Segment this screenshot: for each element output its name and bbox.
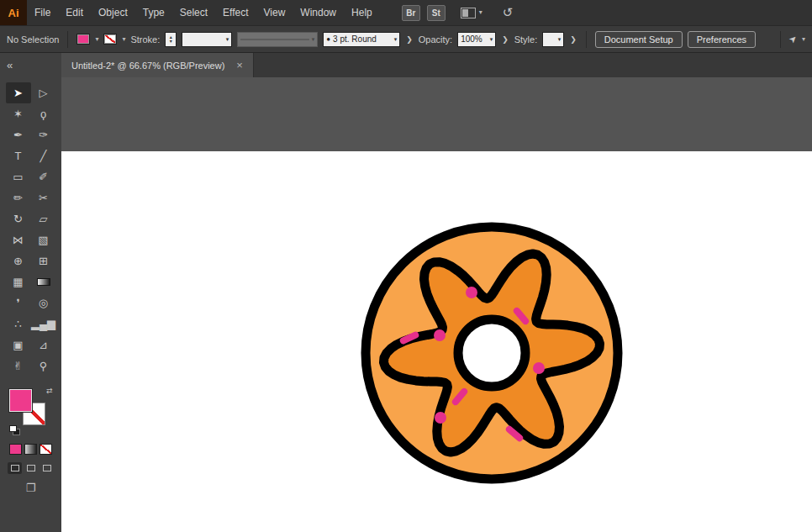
draw-behind-button[interactable] (24, 462, 38, 474)
chevron-down-icon: ▾ (558, 36, 562, 42)
stroke-weight-stepper[interactable]: ▴ ▾ (165, 32, 177, 47)
sprinkle-dot[interactable] (435, 412, 446, 424)
hand-tool[interactable]: ✌ (6, 356, 31, 377)
gradient-swatch-icon (37, 278, 50, 286)
type-tool[interactable]: T (6, 145, 31, 166)
menu-type[interactable]: Type (135, 0, 172, 25)
shaper-tool[interactable]: ✏ (6, 187, 31, 208)
eyedropper-tool[interactable]: ❜ (6, 292, 31, 313)
arrange-documents-control[interactable]: ▾ (461, 8, 482, 18)
chevron-down-icon: ▾ (312, 36, 315, 42)
draw-normal-button[interactable] (8, 462, 22, 474)
stroke-weight-select[interactable]: ▾ (182, 32, 232, 47)
opacity-select[interactable]: 100% ▾ (457, 32, 496, 47)
draw-behind-icon (27, 465, 35, 471)
lasso-tool[interactable]: ϙ (31, 103, 56, 124)
screen-mode-button[interactable]: ❐ (26, 482, 36, 494)
scale-tool[interactable]: ▱ (31, 208, 56, 229)
fill-color-swatch[interactable] (76, 34, 90, 45)
mesh-tool[interactable]: ▦ (6, 271, 31, 292)
stepper-down-icon[interactable]: ▾ (170, 40, 172, 44)
curvature-tool[interactable]: ✑ (31, 124, 56, 145)
divider (780, 31, 781, 48)
app-logo[interactable]: Ai (0, 0, 27, 25)
swap-fill-stroke-icon[interactable]: ⇄ (46, 387, 53, 395)
bridge-button[interactable]: Br (402, 5, 420, 21)
fill-stroke-control: ⇄ (9, 387, 53, 435)
sprinkle-dot[interactable] (434, 329, 446, 341)
collapse-panel-icon[interactable]: « (7, 59, 13, 71)
stroke-label[interactable]: Stroke: (130, 34, 160, 45)
none-button[interactable] (40, 444, 52, 455)
variable-width-profile-select[interactable]: ▾ (237, 32, 318, 47)
draw-inside-icon (43, 465, 51, 471)
symbol-sprayer-tool[interactable]: ∴ (6, 313, 31, 334)
fill-swatch[interactable] (9, 389, 32, 412)
menu-file[interactable]: File (27, 0, 58, 25)
paintbrush-tool[interactable]: ✐ (31, 166, 56, 187)
width-tool[interactable]: ⋈ (6, 229, 31, 250)
magic-wand-tool[interactable]: ✶ (6, 103, 31, 124)
menu-effect[interactable]: Effect (215, 0, 256, 25)
sprinkle-dot[interactable] (466, 287, 477, 298)
menu-bar: Ai FileEditObjectTypeSelectEffectViewWin… (0, 0, 812, 25)
shape-builder-tool[interactable]: ⊕ (6, 250, 31, 271)
brush-definition-select[interactable]: ● 3 pt. Round ▾ (323, 32, 400, 47)
divider (67, 31, 68, 48)
gradient-button[interactable] (24, 444, 37, 455)
cc-sync-icon[interactable]: ↺ (503, 5, 514, 20)
menu-window[interactable]: Window (293, 0, 344, 25)
selection-tools-icon[interactable]: ➤ (787, 33, 800, 46)
drawing-mode-buttons (8, 462, 54, 474)
zoom-tool[interactable]: ⚲ (31, 356, 56, 377)
brushes-panel-chevron-icon[interactable]: ❯ (406, 35, 413, 44)
chevron-down-icon[interactable]: ▾ (122, 36, 125, 43)
width-profile-preview (240, 39, 308, 40)
slice-tool[interactable]: ⊿ (31, 334, 56, 356)
close-tab-icon[interactable]: × (236, 59, 243, 71)
chevron-down-icon[interactable]: ▾ (802, 36, 805, 43)
document-tab[interactable]: Untitled-2* @ 66.67% (RGB/Preview) × (61, 53, 254, 77)
stroke-color-swatch[interactable] (103, 34, 117, 45)
menu-view[interactable]: View (256, 0, 293, 25)
chevron-down-icon[interactable]: ▾ (95, 36, 98, 43)
free-transform-tool[interactable]: ▧ (31, 229, 56, 250)
style-select[interactable]: ▾ (542, 32, 564, 47)
line-segment-tool[interactable]: ╱ (31, 145, 56, 166)
opacity-value: 100% (461, 34, 482, 44)
draw-inside-button[interactable] (40, 462, 54, 474)
rotate-tool[interactable]: ↻ (6, 208, 31, 229)
scissors-tool[interactable]: ✂ (31, 187, 56, 208)
styles-panel-chevron-icon[interactable]: ❯ (570, 35, 577, 44)
column-graph-tool[interactable]: ▂▄▆ (31, 313, 56, 334)
direct-selection-tool[interactable]: ▷ (31, 82, 56, 103)
menu-help[interactable]: Help (344, 0, 380, 25)
menu-object[interactable]: Object (91, 0, 135, 25)
pen-tool[interactable]: ✒ (6, 124, 31, 145)
preferences-button[interactable]: Preferences (688, 31, 756, 48)
menu-select[interactable]: Select (172, 0, 215, 25)
opacity-label[interactable]: Opacity: (419, 34, 452, 45)
color-button[interactable] (9, 444, 22, 455)
chevron-down-icon: ▾ (490, 36, 493, 42)
document-setup-button[interactable]: Document Setup (595, 31, 683, 48)
gradient-tool[interactable] (31, 271, 56, 292)
chevron-down-icon: ▾ (226, 36, 229, 42)
perspective-grid-tool[interactable]: ⊞ (31, 250, 56, 271)
document-canvas[interactable] (61, 77, 812, 532)
default-fill-stroke-icon[interactable] (9, 425, 21, 435)
donut-hole[interactable] (458, 319, 525, 387)
toolbar-header: « (0, 53, 61, 77)
menu-edit[interactable]: Edit (58, 0, 91, 25)
sprinkle-dot[interactable] (533, 362, 545, 374)
style-label[interactable]: Style: (514, 34, 538, 45)
canvas-area[interactable] (61, 77, 812, 532)
artboard-tool[interactable]: ▣ (6, 334, 31, 356)
stock-button[interactable]: St (427, 5, 446, 21)
selection-tool[interactable]: ➤ (6, 82, 31, 103)
document-tab-strip: Untitled-2* @ 66.67% (RGB/Preview) × (61, 53, 812, 77)
rectangle-tool[interactable]: ▭ (6, 166, 31, 187)
document-tab-title: Untitled-2* @ 66.67% (RGB/Preview) (71, 61, 224, 71)
blend-tool[interactable]: ◎ (31, 292, 56, 313)
transparency-panel-chevron-icon[interactable]: ❯ (502, 35, 509, 44)
